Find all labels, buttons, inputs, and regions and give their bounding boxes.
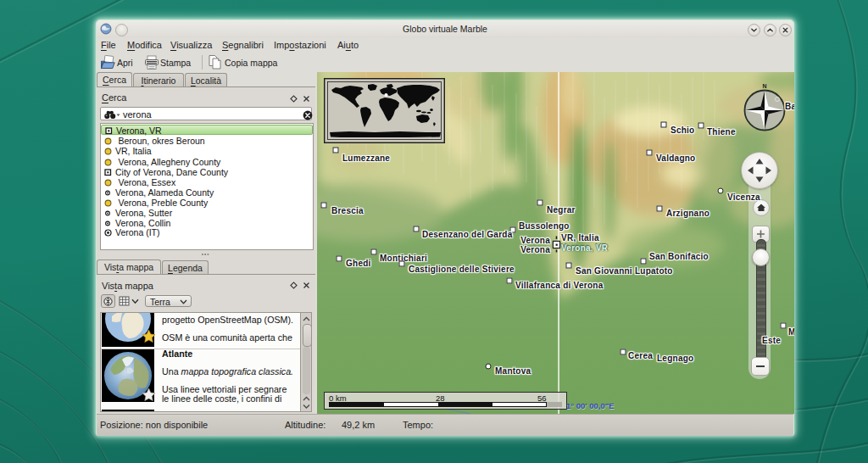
svg-text:N: N <box>762 83 766 89</box>
